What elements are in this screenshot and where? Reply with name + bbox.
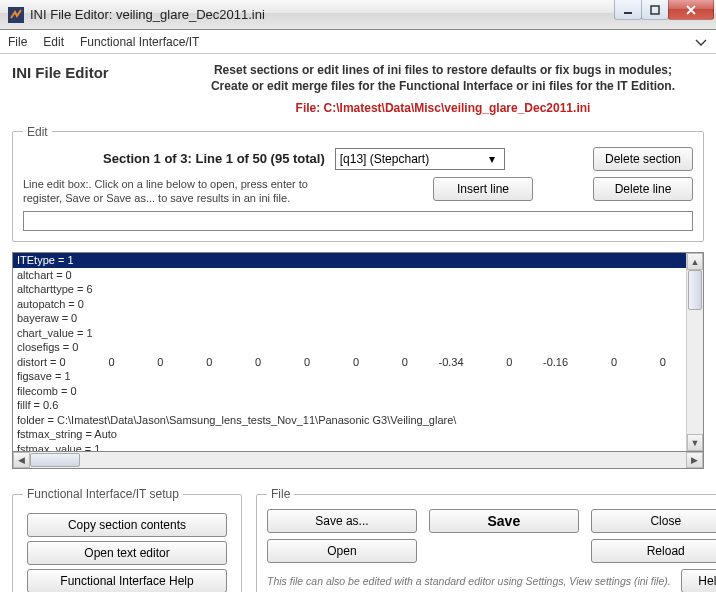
copy-section-button[interactable]: Copy section contents <box>27 513 227 537</box>
list-item[interactable]: distort = 0 0 0 0 0 0 0 0 -0.34 0 -0.16 … <box>13 355 686 370</box>
list-item[interactable]: figsave = 1 <box>13 369 686 384</box>
section-line-label: Section 1 of 3: Line 1 of 50 (95 total) <box>103 151 325 166</box>
list-item[interactable]: altchart = 0 <box>13 268 686 283</box>
list-item[interactable]: bayeraw = 0 <box>13 311 686 326</box>
list-item[interactable]: altcharttype = 6 <box>13 282 686 297</box>
save-button[interactable]: Save <box>429 509 579 533</box>
fi-help-button[interactable]: Functional Interface Help <box>27 569 227 592</box>
edit-legend: Edit <box>23 125 52 139</box>
section-select-value: [q13] (Stepchart) <box>340 152 429 166</box>
fi-setup-group: Functional Interface/IT setup Copy secti… <box>12 487 242 592</box>
menu-functional-interface[interactable]: Functional Interface/IT <box>80 35 199 49</box>
svg-rect-2 <box>651 6 659 14</box>
hscroll-thumb[interactable] <box>30 453 80 467</box>
list-item[interactable]: fstmax_string = Auto <box>13 427 686 442</box>
page-description: Reset sections or edit lines of ini file… <box>182 62 704 117</box>
delete-line-button[interactable]: Delete line <box>593 177 693 201</box>
scroll-up-icon[interactable]: ▲ <box>687 253 703 270</box>
chevron-down-icon: ▾ <box>484 152 500 166</box>
minimize-button[interactable] <box>614 0 642 20</box>
edit-group: Edit Section 1 of 3: Line 1 of 50 (95 to… <box>12 125 704 243</box>
scroll-right-icon[interactable]: ▶ <box>686 452 703 468</box>
menubar: File Edit Functional Interface/IT <box>0 30 716 54</box>
file-group: File Save as... Save Close Open Reload T… <box>256 487 716 592</box>
ini-listbox[interactable]: ITEtype = 1altchart = 0altcharttype = 6a… <box>12 252 704 452</box>
titlebar: INI File Editor: veiling_glare_Dec2011.i… <box>0 0 716 30</box>
help-button[interactable]: Help <box>681 569 716 592</box>
file-legend: File <box>267 487 294 501</box>
list-item[interactable]: fstmax_value = 1 <box>13 442 686 452</box>
page-title: INI File Editor <box>12 62 162 117</box>
close-window-button[interactable] <box>668 0 714 20</box>
open-button[interactable]: Open <box>267 539 417 563</box>
save-as-button[interactable]: Save as... <box>267 509 417 533</box>
maximize-button[interactable] <box>641 0 669 20</box>
list-item[interactable]: filecomb = 0 <box>13 384 686 399</box>
menu-edit[interactable]: Edit <box>43 35 64 49</box>
delete-section-button[interactable]: Delete section <box>593 147 693 171</box>
list-item[interactable]: ITEtype = 1 <box>13 253 686 268</box>
vscroll-thumb[interactable] <box>688 270 702 310</box>
menu-file[interactable]: File <box>8 35 27 49</box>
file-note: This file can also be edited with a stan… <box>267 575 671 588</box>
desc-line1: Reset sections or edit lines of ini file… <box>182 62 704 78</box>
menu-overflow-icon[interactable] <box>694 35 708 49</box>
insert-line-button[interactable]: Insert line <box>433 177 533 201</box>
open-text-editor-button[interactable]: Open text editor <box>27 541 227 565</box>
desc-line2: Create or edit merge files for the Funct… <box>182 78 704 94</box>
close-button[interactable]: Close <box>591 509 716 533</box>
section-select[interactable]: [q13] (Stepchart) ▾ <box>335 148 505 170</box>
svg-rect-1 <box>624 12 632 14</box>
list-item[interactable]: chart_value = 1 <box>13 326 686 341</box>
app-icon <box>8 7 24 23</box>
scroll-down-icon[interactable]: ▼ <box>687 434 703 451</box>
list-item[interactable]: folder = C:\Imatest\Data\Jason\Samsung_l… <box>13 413 686 428</box>
edit-hint: Line edit box:. Click on a line below to… <box>23 177 343 206</box>
vertical-scrollbar[interactable]: ▲ ▼ <box>686 253 703 451</box>
scroll-left-icon[interactable]: ◀ <box>13 452 30 468</box>
file-path-label: File: C:\Imatest\Data\Misc\veiling_glare… <box>182 100 704 116</box>
fi-setup-legend: Functional Interface/IT setup <box>23 487 183 501</box>
list-item[interactable]: fillf = 0.6 <box>13 398 686 413</box>
line-edit-input[interactable] <box>23 211 693 231</box>
reload-button[interactable]: Reload <box>591 539 716 563</box>
list-item[interactable]: closefigs = 0 <box>13 340 686 355</box>
horizontal-scrollbar[interactable]: ◀ ▶ <box>12 452 704 469</box>
list-item[interactable]: autopatch = 0 <box>13 297 686 312</box>
